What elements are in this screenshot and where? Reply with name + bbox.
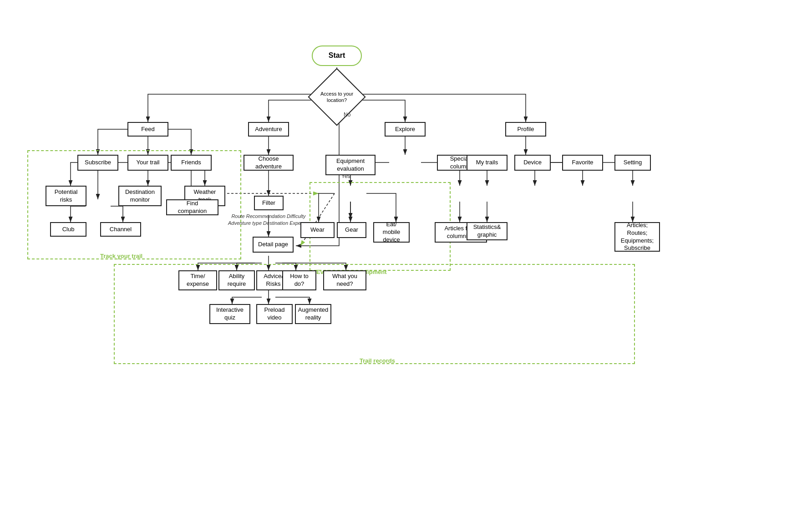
profile-node: Profile — [505, 122, 546, 137]
eat-mobile-node: Eat/ mobile device — [373, 222, 410, 243]
wear-node: Wear — [300, 222, 335, 238]
track-your-trail-label: Track your trail — [100, 253, 142, 259]
destination-monitor-node: Destination monitor — [118, 186, 162, 206]
preload-video-node: Preload video — [256, 304, 293, 324]
trail-records-label: Trail records — [360, 357, 395, 364]
device-node: Device — [514, 155, 551, 171]
ability-require-node: Ability require — [218, 270, 255, 290]
club-node: Club — [50, 222, 86, 237]
gear-node: Gear — [337, 222, 366, 238]
augmented-reality-node: Augmented reality — [295, 304, 331, 324]
favorite-node: Favorite — [562, 155, 603, 171]
explore-node: Explore — [385, 122, 426, 137]
favorite-items-node: Articles; Routes; Equipments; Subscribe — [614, 222, 660, 252]
what-you-need-node: What you need? — [323, 270, 366, 290]
friends-node: Friends — [171, 155, 212, 171]
detail-page-node: Detail page — [253, 237, 294, 253]
adventure-node: Adventure — [248, 122, 289, 137]
choose-adventure-node: Choose adventure — [244, 155, 294, 171]
no-label: No — [344, 112, 350, 118]
start-node: Start — [312, 46, 362, 66]
statistics-graphic-node: Statistics& graphic — [467, 222, 508, 240]
equipment-eval-node: Equipment evaluation — [325, 155, 376, 175]
setting-node: Setting — [614, 155, 651, 171]
filter-node: Filter — [254, 196, 284, 210]
potential-risks-node: Potential risks — [46, 186, 86, 206]
find-companion-node: Find companion — [166, 199, 218, 215]
how-to-do-node: How to do? — [282, 270, 316, 290]
time-expense-node: Time/ expense — [178, 270, 217, 290]
subscribe-node: Subscribe — [77, 155, 118, 171]
decision-node: Access to your location? — [316, 76, 357, 117]
feed-node: Feed — [127, 122, 168, 137]
your-trail-node: Your trail — [127, 155, 168, 171]
interactive-quiz-node: Interactive quiz — [209, 304, 250, 324]
my-trails-node: My trails — [467, 155, 508, 171]
channel-node: Channel — [100, 222, 141, 237]
